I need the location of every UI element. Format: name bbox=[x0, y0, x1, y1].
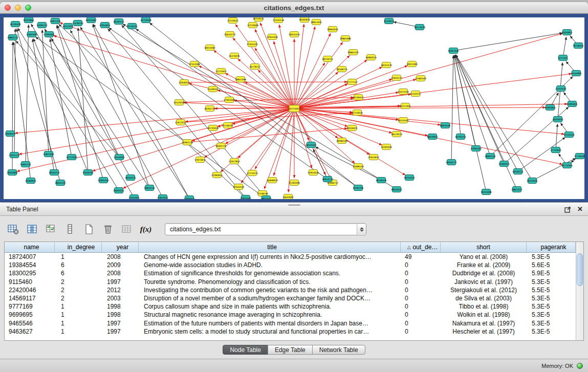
graph-node[interactable]: 15954016 bbox=[308, 170, 319, 176]
graph-node[interactable]: 18216211 bbox=[322, 56, 333, 62]
graph-node[interactable]: 12040701 bbox=[82, 170, 94, 176]
graph-node[interactable]: 18847498 bbox=[235, 77, 246, 82]
graph-node[interactable]: 18044707 bbox=[55, 180, 66, 186]
table-row[interactable]: 1830029562008Estimation of significance … bbox=[5, 269, 576, 277]
graph-node[interactable]: 12725912 bbox=[215, 69, 227, 74]
scrollbar-thumb[interactable] bbox=[577, 253, 583, 286]
column-header-title[interactable]: title bbox=[139, 242, 401, 252]
graph-node[interactable]: 12954811 bbox=[99, 23, 111, 28]
graph-node[interactable]: 20609431 bbox=[5, 131, 16, 137]
graph-node[interactable]: 17873311 bbox=[157, 195, 168, 200]
function-builder-button[interactable]: f(x) bbox=[139, 222, 153, 236]
graph-node[interactable]: 15476031 bbox=[229, 53, 240, 59]
graph-node[interactable]: 12610651 bbox=[368, 155, 379, 160]
table-row[interactable]: 969969511998Structural magnetic resonanc… bbox=[5, 311, 576, 319]
graph-node[interactable]: 16953170 bbox=[322, 177, 333, 182]
graph-node[interactable]: 15476231 bbox=[126, 24, 138, 29]
graph-node[interactable]: 14610273 bbox=[224, 32, 235, 37]
graph-node[interactable]: 15746105 bbox=[222, 123, 233, 128]
graph-node[interactable]: 18113079 bbox=[414, 25, 425, 30]
graph-node[interactable]: 18486103 bbox=[336, 138, 347, 144]
graph-node[interactable]: 17634411 bbox=[184, 196, 195, 200]
graph-node[interactable]: 19245012 bbox=[404, 175, 415, 181]
graph-node[interactable]: 20816141 bbox=[144, 185, 155, 191]
graph-node[interactable]: 17736501 bbox=[574, 154, 584, 159]
graph-node[interactable]: 14519208 bbox=[173, 100, 185, 105]
graph-node[interactable]: 11454531 bbox=[555, 86, 567, 92]
table-row[interactable]: 911546021997Tourette syndrome. Phenomeno… bbox=[5, 278, 576, 286]
new-table-button[interactable] bbox=[82, 222, 96, 236]
graph-node[interactable]: 12672011 bbox=[175, 120, 186, 125]
graph-node[interactable]: 12612842 bbox=[229, 159, 240, 164]
graph-node[interactable]: 17903301 bbox=[224, 97, 235, 103]
graph-node[interactable]: 16778117 bbox=[249, 64, 260, 70]
graph-node[interactable]: 19504211 bbox=[125, 175, 136, 181]
graph-node[interactable]: 11439312 bbox=[207, 86, 219, 92]
graph-node[interactable]: 10861111 bbox=[7, 35, 18, 40]
graph-node[interactable]: 15993811 bbox=[567, 101, 578, 107]
graph-node[interactable]: 17873972 bbox=[194, 157, 206, 163]
tab-network-table[interactable]: Network Table bbox=[312, 345, 365, 355]
graph-node[interactable]: 10319861 bbox=[23, 17, 34, 23]
graph-node[interactable]: 16056421 bbox=[346, 125, 358, 131]
graph-node[interactable]: 18579513 bbox=[391, 132, 402, 137]
graph-node[interactable]: 20516001 bbox=[114, 155, 125, 160]
graph-node[interactable]: 17485503 bbox=[415, 76, 426, 81]
table-row[interactable]: 946362711997Embryonic stem cells: a mode… bbox=[5, 327, 576, 336]
graph-node[interactable]: 16046121 bbox=[512, 169, 524, 174]
graph-node[interactable]: 18815041 bbox=[311, 19, 322, 25]
graph-node[interactable]: 18044022 bbox=[391, 187, 402, 192]
graph-node[interactable]: 20634891 bbox=[7, 170, 18, 176]
graph-node[interactable]: 18924502 bbox=[260, 196, 272, 200]
graph-node[interactable]: 12847691 bbox=[43, 151, 54, 157]
graph-node[interactable]: 17015915 bbox=[128, 195, 140, 200]
graph-node[interactable]: 12544518 bbox=[273, 17, 284, 23]
graph-node[interactable]: 20605011 bbox=[113, 188, 124, 193]
graph-node[interactable]: 15040811 bbox=[561, 30, 573, 35]
graph-node[interactable]: 18992241 bbox=[485, 154, 496, 159]
table-settings-button[interactable] bbox=[6, 222, 20, 236]
graph-node[interactable]: 17095344 bbox=[470, 146, 482, 151]
graph-node[interactable]: 9277441 bbox=[558, 55, 568, 61]
graph-node[interactable]: 18185820 bbox=[299, 17, 310, 23]
graph-node[interactable]: 15950127 bbox=[391, 75, 402, 81]
graph-node[interactable]: 8113074 bbox=[384, 18, 394, 24]
graph-node[interactable]: 18185511 bbox=[113, 19, 124, 25]
minimize-window-button[interactable] bbox=[15, 5, 21, 11]
tab-node-table[interactable]: Node Table bbox=[223, 345, 268, 355]
table-panel-titlebar[interactable]: Table Panel ✕ bbox=[0, 203, 588, 216]
table-row[interactable]: 1456911722003Disruption of a novel membe… bbox=[5, 294, 576, 302]
column-header-in_degree[interactable]: in_degree bbox=[55, 242, 102, 252]
graph-node[interactable]: 14595043 bbox=[381, 144, 392, 150]
graph-node[interactable]: 10480011 bbox=[498, 161, 510, 167]
graph-node[interactable]: 12958321 bbox=[179, 80, 190, 85]
graph-node[interactable]: 16369911 bbox=[25, 178, 36, 184]
float-panel-icon[interactable] bbox=[564, 206, 571, 213]
graph-node[interactable]: 16770344 bbox=[561, 163, 573, 168]
graph-node[interactable]: 14712041 bbox=[66, 155, 77, 160]
graph-node[interactable]: 18811077 bbox=[511, 187, 522, 192]
table-selector[interactable]: citations_edges.txt bbox=[165, 223, 366, 235]
graph-node[interactable]: 15808923 bbox=[267, 178, 278, 183]
graph-node[interactable]: 16055415 bbox=[289, 32, 300, 37]
graph-node[interactable]: 18679911 bbox=[427, 134, 438, 140]
graph-node[interactable]: 17154514 bbox=[247, 170, 258, 176]
graph-node[interactable]: 16344559 bbox=[233, 184, 244, 190]
graph-node[interactable]: 19546541 bbox=[376, 178, 387, 183]
graph-node[interactable]: 19467941 bbox=[448, 48, 459, 54]
graph-node[interactable]: 11544227 bbox=[410, 91, 421, 97]
graph-node[interactable]: 10974393 bbox=[406, 61, 418, 67]
graph-node[interactable]: 14643092 bbox=[282, 194, 294, 200]
close-window-button[interactable] bbox=[5, 5, 11, 11]
graph-node[interactable]: 15905131 bbox=[20, 162, 31, 167]
column-header-pagerank[interactable]: pagerank bbox=[527, 242, 576, 252]
graph-node[interactable]: 12954356 bbox=[267, 34, 278, 40]
graph-node[interactable]: 19245031 bbox=[527, 178, 538, 184]
graph-node[interactable]: 17710651 bbox=[550, 147, 561, 153]
graph-node[interactable]: 16710436 bbox=[140, 17, 151, 23]
graph-node[interactable]: 16046777 bbox=[446, 160, 457, 165]
graph-node[interactable]: 19504712 bbox=[49, 170, 60, 176]
splitter-grip[interactable] bbox=[288, 204, 300, 206]
import-table-button[interactable] bbox=[120, 222, 134, 236]
table-row[interactable]: 1872400712008Changes of HCN gene express… bbox=[5, 253, 576, 261]
